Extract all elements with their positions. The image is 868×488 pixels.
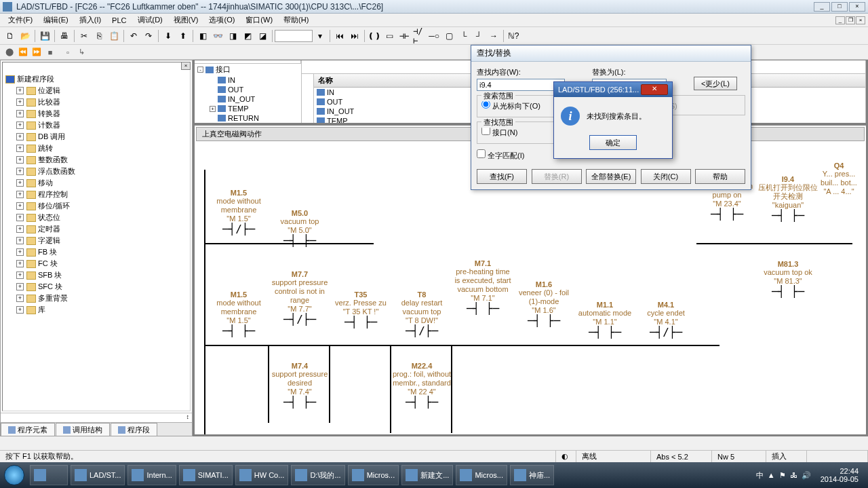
t2-icon[interactable]: ▫ [62,46,74,58]
tree-item[interactable]: +计数器 [5,119,187,131]
close-dialog-button[interactable]: 关闭(C) [641,169,691,184]
taskbar-item[interactable]: HW Co... [235,465,289,485]
expand-icon[interactable]: + [16,156,24,164]
iface-row[interactable]: OUT [195,85,301,94]
rec-icon[interactable]: ⬤ [3,46,16,58]
help-button[interactable]: 帮助 [695,169,745,184]
menu-debug[interactable]: 调试(D) [132,15,168,25]
msgbox-ok-button[interactable]: 确定 [589,135,637,150]
program-elements-tree[interactable]: 新建程序段 +位逻辑+比较器+转换器+计数器+DB 调用+跳转+整数函数+浮点数… [2,62,191,411]
t3-icon[interactable]: ↳ [75,46,87,58]
msgbox-close-icon[interactable]: ✕ [641,84,668,95]
expand-icon[interactable]: + [16,295,24,302]
tree-item[interactable]: +移位/循环 [5,200,187,212]
tree-item[interactable]: +程序控制 [5,189,187,200]
expand-icon[interactable]: + [16,271,24,279]
contact-m23-4[interactable]: ─┤ ├─ [711,208,743,221]
download-icon[interactable]: ⬇ [161,29,175,43]
tool4-icon[interactable]: ◪ [256,29,269,43]
expand-icon[interactable]: + [16,202,24,210]
expand-icon[interactable]: + [16,133,24,140]
taskbar-item[interactable]: SIMATI... [179,465,233,485]
skip-back-icon[interactable]: ⏪ [17,46,29,58]
expand-icon[interactable]: + [16,306,24,314]
stop-icon[interactable]: ■ [44,46,56,58]
open-icon[interactable]: 📂 [18,29,32,43]
help-icon[interactable]: ℕ? [507,29,520,43]
tool5-icon[interactable]: ▭ [382,29,396,43]
undo-icon[interactable]: ↶ [127,29,140,43]
tool-icon[interactable]: ◧ [196,29,210,43]
nav1-icon[interactable]: ⏮ [333,29,347,43]
cut-icon[interactable]: ✂ [77,29,91,43]
taskbar-item[interactable]: Intern... [127,465,176,485]
expand-icon[interactable]: + [16,98,24,106]
coil-icon[interactable]: ─○ [427,29,441,43]
expand-icon[interactable]: + [16,237,24,244]
copy-icon[interactable]: ⎘ [92,29,106,43]
tree-item[interactable]: +位逻辑 [5,85,187,96]
print-icon[interactable]: 🖶 [58,29,71,43]
tray-volume-icon[interactable]: 🔊 [802,471,811,480]
contact-m5-0[interactable]: ─┤ ├─ [283,234,316,247]
tree-item[interactable]: +FB 块 [5,246,187,258]
save-icon[interactable]: 💾 [38,29,52,43]
expand-icon[interactable]: - [197,67,203,73]
expand-icon[interactable]: + [16,191,24,198]
contact-m81-3[interactable]: ─┤ ├─ [772,285,804,298]
contact-m7-4[interactable]: ─┤ ├─ [283,396,316,409]
contact-t8[interactable]: ─┤/├─ [406,324,438,337]
iface-row[interactable]: +TEMP [195,104,301,113]
expand-icon[interactable]: + [16,248,24,256]
tab-networks[interactable]: 程序段 [111,423,157,436]
glasses-icon[interactable]: 👓 [211,29,224,43]
taskbar-item[interactable]: 新建文... [401,465,453,485]
contact-m1-5[interactable]: ─┤/├─ [222,223,255,236]
goto-combo[interactable] [275,30,313,42]
box-icon[interactable]: ▢ [442,29,456,43]
menu-options[interactable]: 选项(O) [203,15,240,25]
tree-item[interactable]: +FC 块 [5,258,187,269]
branch-open-icon[interactable]: └ [457,29,471,43]
paste-icon[interactable]: 📋 [107,29,121,43]
expand-icon[interactable]: + [16,110,24,117]
dropdown-icon[interactable]: ▾ [313,29,327,43]
find-input[interactable] [477,79,565,91]
tree-item[interactable]: +转换器 [5,108,187,119]
taskbar-item[interactable]: 神庙... [510,465,554,485]
contact2-icon[interactable]: ⊣/⊢ [412,29,426,43]
tool2-icon[interactable]: ◨ [226,29,239,43]
contact-m1-1[interactable]: ─┤ ├─ [589,326,621,339]
tree-item[interactable]: +移动 [5,177,187,189]
tray-ime-icon[interactable]: 中 [756,470,764,481]
nav2-icon[interactable]: ⏭ [348,29,361,43]
tree-item[interactable]: +SFC 块 [5,281,187,293]
replace-button[interactable]: 替换(R) [532,169,582,184]
expand-icon[interactable]: + [16,121,24,129]
contact-i9-4[interactable]: ─┤ ├─ [772,209,804,222]
tree-item[interactable]: +定时器 [5,223,187,235]
contact-m1-5b[interactable]: ─┤ ├─ [222,324,255,337]
iface-row[interactable]: IN_OUT [195,94,301,104]
upload-icon[interactable]: ⬆ [176,29,190,43]
mdi-restore-button[interactable]: ❐ [846,16,855,24]
taskbar-item[interactable]: LAD/ST... [71,465,125,485]
contact-m4-1[interactable]: ─┤/├─ [650,326,682,339]
iface-row[interactable]: IN [195,75,301,85]
tree-item[interactable]: +整数函数 [5,154,187,166]
tree-item[interactable]: +状态位 [5,212,187,223]
maximize-button[interactable]: □ [831,2,848,12]
iface-row[interactable]: RETURN [195,113,301,123]
tree-item[interactable]: +浮点数函数 [5,166,187,177]
msgbox-titlebar[interactable]: LAD/STL/FBD (256:11... ✕ [554,82,672,97]
start-button[interactable] [0,462,28,488]
taskbar-clock[interactable]: 22:44 2014-09-05 [815,467,864,483]
bracket-icon[interactable]: ❪❫ [368,29,381,43]
tab-program-elements[interactable]: 程序元素 [1,423,55,436]
panel-close-icon[interactable]: × [181,62,191,70]
menu-window[interactable]: 窗口(W) [240,15,278,25]
expand-icon[interactable]: + [16,168,24,175]
tray-up-icon[interactable]: ▲ [768,471,775,479]
tree-item[interactable]: +跳转 [5,143,187,154]
tray-flag-icon[interactable]: ⚑ [779,471,786,480]
